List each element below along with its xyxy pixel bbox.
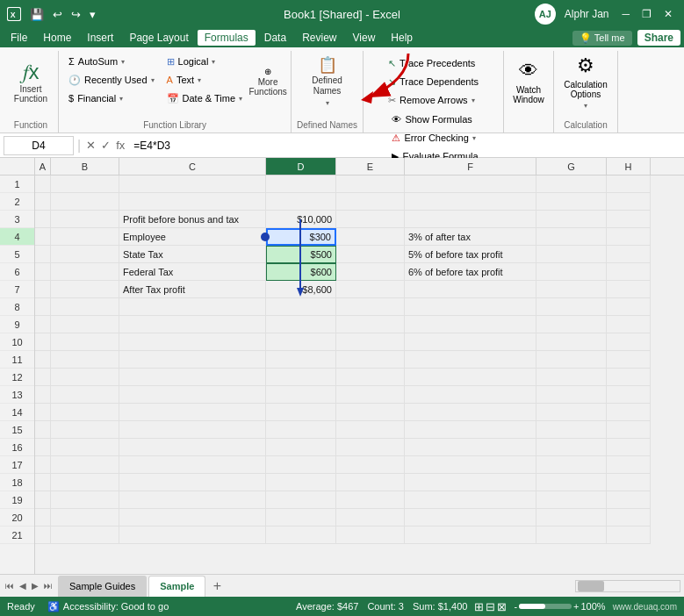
trace-dependents-button[interactable]: ↘ Trace Dependents — [384, 73, 483, 90]
col-header-b[interactable]: B — [51, 158, 119, 175]
cell-f3[interactable] — [405, 211, 536, 228]
cell-e6[interactable] — [336, 263, 405, 281]
normal-view-button[interactable]: ⊞ — [474, 600, 484, 613]
cell-a7[interactable] — [35, 281, 51, 298]
trace-precedents-button[interactable]: ↖ Trace Precedents — [384, 54, 479, 72]
cell-a8[interactable] — [35, 298, 51, 316]
cell-b4[interactable] — [51, 228, 119, 246]
cell-a4[interactable] — [35, 228, 51, 246]
col-header-e[interactable]: E — [336, 158, 405, 175]
zoom-slider[interactable] — [519, 604, 572, 609]
zoom-in-button[interactable]: + — [573, 601, 579, 612]
cell-d6[interactable]: $600 — [266, 263, 336, 281]
row-header-5[interactable]: 5 — [0, 246, 34, 263]
page-layout-view-button[interactable]: ⊟ — [486, 600, 495, 613]
col-header-g[interactable]: G — [536, 158, 607, 175]
cell-b6[interactable] — [51, 263, 119, 281]
col-header-h[interactable]: H — [607, 158, 651, 175]
sheet-tab-sample[interactable]: Sample — [148, 576, 205, 597]
cell-c7[interactable]: After Tax profit — [119, 281, 266, 298]
row-header-13[interactable]: 13 — [0, 386, 34, 404]
cell-b7[interactable] — [51, 281, 119, 298]
share-button[interactable]: Share — [637, 30, 680, 46]
cell-e1[interactable] — [336, 175, 405, 193]
row-header-17[interactable]: 17 — [0, 456, 34, 474]
cell-e2[interactable] — [336, 193, 405, 211]
row-header-16[interactable]: 16 — [0, 439, 34, 456]
recently-used-button[interactable]: 🕐 Recently Used ▾ — [64, 71, 159, 89]
page-break-view-button[interactable]: ⊠ — [497, 600, 507, 613]
date-time-button[interactable]: 📅 Date & Time ▾ — [162, 90, 248, 107]
row-header-3[interactable]: 3 — [0, 211, 34, 228]
row-header-8[interactable]: 8 — [0, 298, 34, 316]
financial-button[interactable]: $ Financial ▾ — [64, 90, 159, 107]
cancel-formula-button[interactable]: ✕ — [84, 137, 97, 154]
cell-a6[interactable] — [35, 263, 51, 281]
cell-h6[interactable] — [607, 263, 651, 281]
cell-f4[interactable]: 3% of after tax — [405, 228, 536, 246]
cell-f2[interactable] — [405, 193, 536, 211]
cell-g3[interactable] — [536, 211, 607, 228]
cell-a1[interactable] — [35, 175, 51, 193]
minimize-button[interactable]: ─ — [617, 6, 634, 22]
cell-h1[interactable] — [607, 175, 651, 193]
cell-g2[interactable] — [536, 193, 607, 211]
save-button[interactable]: 💾 — [26, 6, 47, 23]
row-header-6[interactable]: 6 — [0, 263, 34, 281]
defined-names-button[interactable]: 📋 Defined Names ▾ — [305, 53, 350, 111]
col-header-c[interactable]: C — [119, 158, 266, 175]
cell-g4[interactable] — [536, 228, 607, 246]
row-header-21[interactable]: 21 — [0, 526, 34, 544]
cell-d7[interactable]: $8,600 — [266, 281, 336, 298]
col-header-f[interactable]: F — [405, 158, 536, 175]
row-header-19[interactable]: 19 — [0, 491, 34, 509]
menu-view[interactable]: View — [346, 30, 383, 46]
cell-b2[interactable] — [51, 193, 119, 211]
insert-function-small-button[interactable]: fx — [114, 137, 126, 154]
row-header-12[interactable]: 12 — [0, 369, 34, 386]
cell-c3[interactable]: Profit before bonus and tax — [119, 211, 266, 228]
close-button[interactable]: ✕ — [659, 6, 677, 22]
watch-window-button[interactable]: 👁 Watch Window — [509, 53, 548, 111]
remove-arrows-button[interactable]: ✂ Remove Arrows ▾ — [384, 91, 479, 109]
add-sheet-button[interactable]: + — [207, 577, 227, 596]
row-header-4[interactable]: 4 — [0, 228, 34, 246]
redo-button[interactable]: ↪ — [68, 6, 84, 23]
horizontal-scrollbar[interactable] — [575, 580, 680, 592]
cell-h2[interactable] — [607, 193, 651, 211]
menu-help[interactable]: Help — [384, 30, 420, 46]
row-header-11[interactable]: 11 — [0, 351, 34, 369]
cell-g5[interactable] — [536, 246, 607, 263]
cell-a3[interactable] — [35, 211, 51, 228]
row-header-15[interactable]: 15 — [0, 421, 34, 439]
cell-e5[interactable] — [336, 246, 405, 263]
user-avatar[interactable]: AJ — [535, 4, 556, 25]
menu-review[interactable]: Review — [295, 30, 343, 46]
cell-g7[interactable] — [536, 281, 607, 298]
error-checking-button[interactable]: ⚠ Error Checking ▾ — [387, 129, 482, 147]
row-header-9[interactable]: 9 — [0, 316, 34, 333]
undo-button[interactable]: ↩ — [49, 6, 66, 23]
cell-e7[interactable] — [336, 281, 405, 298]
customize-qa-button[interactable]: ▾ — [86, 6, 99, 23]
cell-f1[interactable] — [405, 175, 536, 193]
autosum-button[interactable]: Σ AutoSum ▾ — [64, 53, 159, 70]
cell-b3[interactable] — [51, 211, 119, 228]
cell-c6[interactable]: Federal Tax — [119, 263, 266, 281]
row-header-7[interactable]: 7 — [0, 281, 34, 298]
cell-h7[interactable] — [607, 281, 651, 298]
cell-c2[interactable] — [119, 193, 266, 211]
row-header-14[interactable]: 14 — [0, 404, 34, 421]
sheet-scroll-left-end[interactable]: ⏮ — [4, 579, 16, 592]
confirm-formula-button[interactable]: ✓ — [99, 137, 112, 154]
cell-c5[interactable]: State Tax — [119, 246, 266, 263]
show-formulas-button[interactable]: 👁 Show Formulas — [387, 111, 482, 128]
menu-formulas[interactable]: Formulas — [198, 30, 256, 46]
cell-h5[interactable] — [607, 246, 651, 263]
tell-me-button[interactable]: 💡 Tell me — [572, 31, 632, 46]
cell-e4[interactable] — [336, 228, 405, 246]
cell-b1[interactable] — [51, 175, 119, 193]
cell-c1[interactable] — [119, 175, 266, 193]
calculation-options-button[interactable]: ⚙ Calculation Options ▾ — [559, 53, 612, 111]
cell-c4[interactable]: Employee — [119, 228, 266, 246]
